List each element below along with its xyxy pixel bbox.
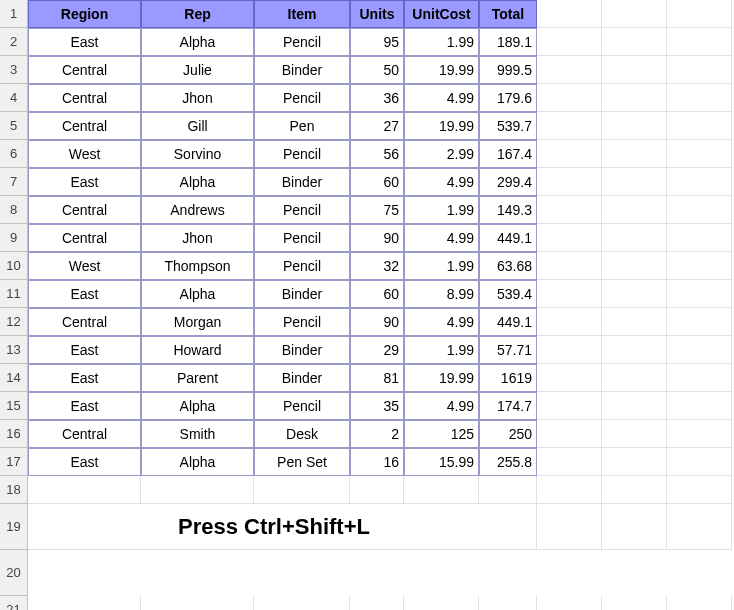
cell-rep[interactable]: Alpha [141, 392, 254, 420]
empty-cell[interactable] [667, 476, 732, 504]
empty-cell[interactable] [537, 196, 602, 224]
cell-units[interactable]: 60 [350, 168, 404, 196]
empty-cell[interactable] [667, 28, 732, 56]
cell-units[interactable]: 16 [350, 448, 404, 476]
empty-cell[interactable] [28, 596, 141, 610]
cell-region[interactable]: Central [28, 196, 141, 224]
empty-cell[interactable] [479, 596, 537, 610]
empty-cell[interactable] [479, 476, 537, 504]
empty-cell[interactable] [602, 140, 667, 168]
cell-region[interactable]: East [28, 364, 141, 392]
cell-total[interactable]: 299.4 [479, 168, 537, 196]
empty-cell[interactable] [667, 140, 732, 168]
empty-cell[interactable] [28, 476, 141, 504]
cell-item[interactable]: Pen [254, 112, 350, 140]
cell-units[interactable]: 32 [350, 252, 404, 280]
cell-total[interactable]: 255.8 [479, 448, 537, 476]
empty-cell[interactable] [350, 476, 404, 504]
cell-rep[interactable]: Alpha [141, 168, 254, 196]
cell-rep[interactable]: Julie [141, 56, 254, 84]
empty-cell[interactable] [537, 252, 602, 280]
cell-units[interactable]: 27 [350, 112, 404, 140]
cell-item[interactable]: Pencil [254, 196, 350, 224]
empty-cell[interactable] [667, 420, 732, 448]
row-header-16[interactable]: 16 [0, 420, 28, 448]
cell-unitcost[interactable]: 1.99 [404, 28, 479, 56]
empty-cell[interactable] [602, 364, 667, 392]
empty-cell[interactable] [537, 476, 602, 504]
cell-item[interactable]: Pencil [254, 84, 350, 112]
cell-units[interactable]: 95 [350, 28, 404, 56]
cell-units[interactable]: 36 [350, 84, 404, 112]
empty-cell[interactable] [537, 596, 602, 610]
cell-region[interactable]: East [28, 448, 141, 476]
empty-cell[interactable] [667, 596, 732, 610]
column-header-item[interactable]: Item [254, 0, 350, 28]
cell-unitcost[interactable]: 19.99 [404, 56, 479, 84]
empty-cell[interactable] [602, 308, 667, 336]
empty-cell[interactable] [537, 168, 602, 196]
empty-cell[interactable] [404, 596, 479, 610]
cell-rep[interactable]: Thompson [141, 252, 254, 280]
cell-total[interactable]: 539.7 [479, 112, 537, 140]
row-header-6[interactable]: 6 [0, 140, 28, 168]
row-header-21[interactable]: 21 [0, 596, 28, 610]
row-header-14[interactable]: 14 [0, 364, 28, 392]
row-header-13[interactable]: 13 [0, 336, 28, 364]
cell-rep[interactable]: Parent [141, 364, 254, 392]
cell-region[interactable]: East [28, 392, 141, 420]
cell-region[interactable]: East [28, 336, 141, 364]
empty-cell[interactable] [667, 84, 732, 112]
cell-item[interactable]: Pen Set [254, 448, 350, 476]
row-header-18[interactable]: 18 [0, 476, 28, 504]
empty-cell[interactable] [602, 504, 667, 550]
cell-item[interactable]: Pencil [254, 392, 350, 420]
empty-cell[interactable] [602, 448, 667, 476]
empty-cell[interactable] [537, 224, 602, 252]
cell-units[interactable]: 90 [350, 224, 404, 252]
empty-cell[interactable] [667, 56, 732, 84]
empty-cell[interactable] [537, 28, 602, 56]
empty-cell[interactable] [667, 112, 732, 140]
cell-item[interactable]: Binder [254, 56, 350, 84]
cell-unitcost[interactable]: 4.99 [404, 84, 479, 112]
cell-item[interactable]: Pencil [254, 224, 350, 252]
empty-cell[interactable] [667, 0, 732, 28]
cell-region[interactable]: East [28, 280, 141, 308]
cell-unitcost[interactable]: 19.99 [404, 364, 479, 392]
cell-rep[interactable]: Gill [141, 112, 254, 140]
cell-item[interactable]: Pencil [254, 140, 350, 168]
cell-item[interactable]: Pencil [254, 308, 350, 336]
row-header-19[interactable]: 19 [0, 504, 28, 550]
empty-cell[interactable] [141, 476, 254, 504]
cell-region[interactable]: Central [28, 84, 141, 112]
empty-cell[interactable] [667, 196, 732, 224]
cell-unitcost[interactable]: 2.99 [404, 140, 479, 168]
cell-unitcost[interactable]: 4.99 [404, 168, 479, 196]
cell-rep[interactable]: Alpha [141, 28, 254, 56]
empty-cell[interactable] [667, 308, 732, 336]
cell-rep[interactable]: Alpha [141, 448, 254, 476]
cell-region[interactable]: Central [28, 308, 141, 336]
cell-total[interactable]: 167.4 [479, 140, 537, 168]
empty-cell[interactable] [667, 392, 732, 420]
cell-region[interactable]: West [28, 252, 141, 280]
empty-cell[interactable] [404, 476, 479, 504]
row-header-2[interactable]: 2 [0, 28, 28, 56]
cell-units[interactable]: 2 [350, 420, 404, 448]
empty-cell[interactable] [667, 336, 732, 364]
empty-cell[interactable] [537, 280, 602, 308]
cell-item[interactable]: Binder [254, 168, 350, 196]
cell-total[interactable]: 1619 [479, 364, 537, 392]
cell-item[interactable]: Binder [254, 336, 350, 364]
cell-unitcost[interactable]: 4.99 [404, 224, 479, 252]
empty-cell[interactable] [537, 336, 602, 364]
empty-cell[interactable] [667, 504, 732, 550]
cell-rep[interactable]: Smith [141, 420, 254, 448]
empty-cell[interactable] [602, 196, 667, 224]
cell-rep[interactable]: Jhon [141, 84, 254, 112]
empty-cell[interactable] [602, 596, 667, 610]
empty-cell[interactable] [602, 392, 667, 420]
column-header-rep[interactable]: Rep [141, 0, 254, 28]
row-header-8[interactable]: 8 [0, 196, 28, 224]
